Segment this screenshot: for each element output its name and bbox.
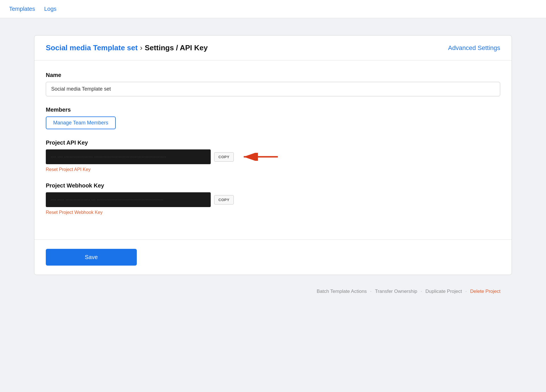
separator-1: · (370, 289, 372, 294)
duplicate-project-link[interactable]: Duplicate Project (425, 289, 462, 294)
batch-template-actions-link[interactable]: Batch Template Actions (317, 289, 367, 294)
api-key-row: ···· ···· ····················· ········… (46, 149, 500, 164)
api-key-copy-button[interactable]: COPY (214, 152, 234, 162)
members-label: Members (46, 107, 500, 113)
separator-2: · (421, 289, 422, 294)
api-key-masked: ···· ···· ····················· ········… (51, 155, 166, 159)
breadcrumb: Social media Template set › Settings / A… (46, 43, 208, 52)
reset-api-key-link[interactable]: Reset Project API Key (46, 167, 90, 172)
reset-webhook-key-link[interactable]: Reset Project Webhook Key (46, 210, 103, 215)
arrow-annotation (239, 153, 279, 161)
bottom-actions: Batch Template Actions · Transfer Owners… (34, 281, 512, 294)
advanced-settings-link[interactable]: Advanced Settings (448, 44, 500, 52)
webhook-key-masked: ···· ····· ·················· ··· ······… (51, 198, 164, 201)
breadcrumb-current: Settings / API Key (145, 43, 208, 52)
copy-arrow-icon (239, 153, 279, 161)
card-body: Name Members Manage Team Members Project… (34, 61, 512, 239)
breadcrumb-link[interactable]: Social media Template set (46, 43, 138, 52)
main-content: Social media Template set › Settings / A… (0, 18, 546, 311)
webhook-key-field-group: Project Webhook Key ···· ····· ·········… (46, 182, 500, 215)
members-field-group: Members Manage Team Members (46, 107, 500, 129)
api-key-label: Project API Key (46, 139, 500, 146)
name-label: Name (46, 72, 500, 78)
card-footer: Save (34, 239, 512, 275)
webhook-key-row: ···· ····· ·················· ··· ······… (46, 192, 500, 207)
separator-3: · (465, 289, 467, 294)
manage-team-button[interactable]: Manage Team Members (46, 116, 116, 129)
transfer-ownership-link[interactable]: Transfer Ownership (375, 289, 417, 294)
card-header: Social media Template set › Settings / A… (34, 36, 512, 61)
nav-logs[interactable]: Logs (44, 6, 56, 12)
webhook-key-field: ···· ····· ·················· ··· ······… (46, 192, 211, 207)
api-key-field: ···· ···· ····················· ········… (46, 149, 211, 164)
webhook-key-copy-button[interactable]: COPY (214, 195, 234, 205)
webhook-key-label: Project Webhook Key (46, 182, 500, 189)
save-button[interactable]: Save (46, 249, 137, 266)
api-key-field-group: Project API Key ···· ···· ··············… (46, 139, 500, 172)
breadcrumb-separator: › (140, 43, 142, 52)
name-input[interactable] (46, 82, 500, 96)
settings-card: Social media Template set › Settings / A… (34, 35, 512, 275)
nav-templates[interactable]: Templates (9, 6, 35, 12)
top-nav: Templates Logs (0, 0, 546, 18)
delete-project-link[interactable]: Delete Project (470, 289, 500, 294)
name-field-group: Name (46, 72, 500, 96)
